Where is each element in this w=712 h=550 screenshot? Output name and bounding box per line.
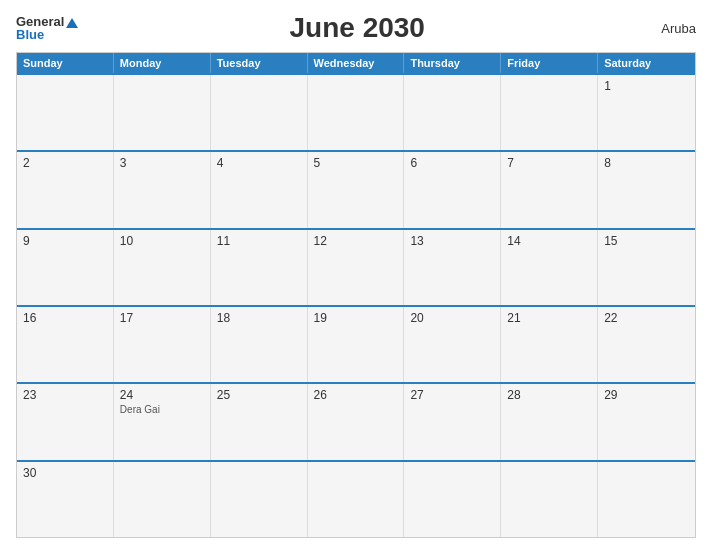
header-monday: Monday [114, 53, 211, 73]
day-number: 7 [507, 156, 591, 170]
day-number: 14 [507, 234, 591, 248]
day-number: 23 [23, 388, 107, 402]
day-number: 15 [604, 234, 689, 248]
day-number: 17 [120, 311, 204, 325]
day-number: 5 [314, 156, 398, 170]
day-number: 6 [410, 156, 494, 170]
header: General Blue June 2030 Aruba [16, 12, 696, 44]
day-number: 28 [507, 388, 591, 402]
day-cell [308, 462, 405, 537]
day-number: 26 [314, 388, 398, 402]
day-cell-7: 7 [501, 152, 598, 227]
day-number: 12 [314, 234, 398, 248]
day-cell-27: 27 [404, 384, 501, 459]
day-cell-25: 25 [211, 384, 308, 459]
day-cell [404, 75, 501, 150]
day-cell [501, 462, 598, 537]
day-number: 18 [217, 311, 301, 325]
day-cell-15: 15 [598, 230, 695, 305]
header-friday: Friday [501, 53, 598, 73]
calendar-grid: Sunday Monday Tuesday Wednesday Thursday… [16, 52, 696, 538]
day-cell-22: 22 [598, 307, 695, 382]
week-row-6: 30 [17, 460, 695, 537]
calendar-title: June 2030 [78, 12, 636, 44]
day-cell-5: 5 [308, 152, 405, 227]
event-dera-gai: Dera Gai [120, 404, 204, 415]
day-cell-2: 2 [17, 152, 114, 227]
day-number: 16 [23, 311, 107, 325]
day-number: 19 [314, 311, 398, 325]
day-cell-30: 30 [17, 462, 114, 537]
week-row-4: 16 17 18 19 20 21 22 [17, 305, 695, 382]
day-cell-20: 20 [404, 307, 501, 382]
week-row-5: 23 24 Dera Gai 25 26 27 28 29 [17, 382, 695, 459]
day-cell-8: 8 [598, 152, 695, 227]
day-cell [598, 462, 695, 537]
week-row-3: 9 10 11 12 13 14 15 [17, 228, 695, 305]
day-cell-18: 18 [211, 307, 308, 382]
header-wednesday: Wednesday [308, 53, 405, 73]
day-cell [211, 462, 308, 537]
header-sunday: Sunday [17, 53, 114, 73]
day-cell [114, 75, 211, 150]
day-number: 13 [410, 234, 494, 248]
day-cell-12: 12 [308, 230, 405, 305]
day-number: 27 [410, 388, 494, 402]
weeks-container: 1 2 3 4 5 6 7 8 9 10 11 12 13 14 15 [17, 73, 695, 537]
day-cell-3: 3 [114, 152, 211, 227]
day-cell [211, 75, 308, 150]
day-cell [308, 75, 405, 150]
day-cell-1: 1 [598, 75, 695, 150]
header-saturday: Saturday [598, 53, 695, 73]
day-number: 30 [23, 466, 107, 480]
calendar-page: General Blue June 2030 Aruba Sunday Mond… [0, 0, 712, 550]
day-cell-6: 6 [404, 152, 501, 227]
day-number: 22 [604, 311, 689, 325]
day-headers-row: Sunday Monday Tuesday Wednesday Thursday… [17, 53, 695, 73]
day-cell [404, 462, 501, 537]
logo: General Blue [16, 15, 78, 41]
day-number: 3 [120, 156, 204, 170]
day-number: 29 [604, 388, 689, 402]
week-row-2: 2 3 4 5 6 7 8 [17, 150, 695, 227]
day-cell-9: 9 [17, 230, 114, 305]
day-cell-26: 26 [308, 384, 405, 459]
day-cell-4: 4 [211, 152, 308, 227]
day-number: 1 [604, 79, 689, 93]
day-number: 10 [120, 234, 204, 248]
day-number: 11 [217, 234, 301, 248]
day-number: 4 [217, 156, 301, 170]
day-cell-17: 17 [114, 307, 211, 382]
day-cell-10: 10 [114, 230, 211, 305]
logo-blue-text: Blue [16, 28, 78, 41]
day-number: 9 [23, 234, 107, 248]
day-cell-28: 28 [501, 384, 598, 459]
day-cell-13: 13 [404, 230, 501, 305]
location-label: Aruba [636, 21, 696, 36]
day-cell-23: 23 [17, 384, 114, 459]
day-number: 21 [507, 311, 591, 325]
header-thursday: Thursday [404, 53, 501, 73]
logo-triangle-icon [66, 18, 78, 28]
day-cell [114, 462, 211, 537]
week-row-1: 1 [17, 73, 695, 150]
day-cell-21: 21 [501, 307, 598, 382]
day-number: 2 [23, 156, 107, 170]
day-cell-19: 19 [308, 307, 405, 382]
day-cell-16: 16 [17, 307, 114, 382]
day-cell-29: 29 [598, 384, 695, 459]
day-cell [501, 75, 598, 150]
day-number: 8 [604, 156, 689, 170]
day-number: 25 [217, 388, 301, 402]
day-cell-24: 24 Dera Gai [114, 384, 211, 459]
day-number: 24 [120, 388, 204, 402]
day-number: 20 [410, 311, 494, 325]
day-cell [17, 75, 114, 150]
header-tuesday: Tuesday [211, 53, 308, 73]
day-cell-14: 14 [501, 230, 598, 305]
day-cell-11: 11 [211, 230, 308, 305]
